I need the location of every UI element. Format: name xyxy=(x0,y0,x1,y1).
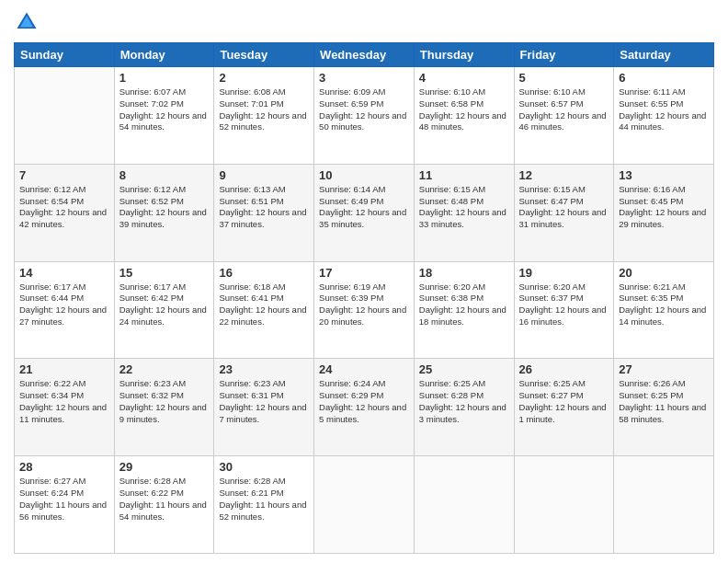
day-header-wednesday: Wednesday xyxy=(314,43,415,67)
day-number: 7 xyxy=(19,168,109,182)
calendar-cell: 1Sunrise: 6:07 AM Sunset: 7:02 PM Daylig… xyxy=(114,67,214,165)
calendar-cell: 8Sunrise: 6:12 AM Sunset: 6:52 PM Daylig… xyxy=(114,164,214,261)
calendar-cell: 5Sunrise: 6:10 AM Sunset: 6:57 PM Daylig… xyxy=(514,67,614,165)
day-number: 16 xyxy=(219,266,309,280)
day-info: Sunrise: 6:20 AM Sunset: 6:38 PM Dayligh… xyxy=(419,282,509,328)
calendar-week-1: 1Sunrise: 6:07 AM Sunset: 7:02 PM Daylig… xyxy=(15,67,714,165)
day-number: 11 xyxy=(419,168,509,182)
calendar-cell: 20Sunrise: 6:21 AM Sunset: 6:35 PM Dayli… xyxy=(614,261,714,359)
day-header-sunday: Sunday xyxy=(15,43,115,67)
calendar-week-2: 7Sunrise: 6:12 AM Sunset: 6:54 PM Daylig… xyxy=(15,164,714,261)
logo-icon xyxy=(14,9,40,35)
calendar-cell: 12Sunrise: 6:15 AM Sunset: 6:47 PM Dayli… xyxy=(514,164,614,261)
day-info: Sunrise: 6:16 AM Sunset: 6:45 PM Dayligh… xyxy=(619,184,709,231)
calendar-week-5: 28Sunrise: 6:27 AM Sunset: 6:24 PM Dayli… xyxy=(15,456,714,554)
day-number: 27 xyxy=(619,362,709,376)
day-header-monday: Monday xyxy=(114,43,214,67)
calendar-cell: 28Sunrise: 6:27 AM Sunset: 6:24 PM Dayli… xyxy=(15,456,115,554)
calendar-cell: 9Sunrise: 6:13 AM Sunset: 6:51 PM Daylig… xyxy=(214,164,314,261)
page-container: SundayMondayTuesdayWednesdayThursdayFrid… xyxy=(0,0,728,563)
day-number: 17 xyxy=(319,266,409,280)
calendar-cell xyxy=(414,456,514,554)
day-number: 29 xyxy=(119,460,210,474)
day-number: 12 xyxy=(519,168,609,182)
day-number: 1 xyxy=(119,71,210,85)
day-info: Sunrise: 6:12 AM Sunset: 6:54 PM Dayligh… xyxy=(19,184,109,231)
day-number: 5 xyxy=(519,71,609,85)
calendar-cell: 6Sunrise: 6:11 AM Sunset: 6:55 PM Daylig… xyxy=(614,67,714,165)
day-header-friday: Friday xyxy=(514,43,614,67)
calendar-cell: 14Sunrise: 6:17 AM Sunset: 6:44 PM Dayli… xyxy=(15,261,115,359)
day-info: Sunrise: 6:24 AM Sunset: 6:29 PM Dayligh… xyxy=(319,378,409,425)
day-info: Sunrise: 6:28 AM Sunset: 6:21 PM Dayligh… xyxy=(219,476,309,523)
day-number: 21 xyxy=(19,362,109,376)
day-info: Sunrise: 6:19 AM Sunset: 6:39 PM Dayligh… xyxy=(319,282,409,328)
day-header-tuesday: Tuesday xyxy=(214,43,314,67)
calendar-cell: 24Sunrise: 6:24 AM Sunset: 6:29 PM Dayli… xyxy=(314,359,415,456)
day-info: Sunrise: 6:23 AM Sunset: 6:32 PM Dayligh… xyxy=(119,378,210,425)
calendar-cell: 25Sunrise: 6:25 AM Sunset: 6:28 PM Dayli… xyxy=(414,359,514,456)
day-info: Sunrise: 6:17 AM Sunset: 6:44 PM Dayligh… xyxy=(19,282,109,328)
calendar-cell: 23Sunrise: 6:23 AM Sunset: 6:31 PM Dayli… xyxy=(214,359,314,456)
day-info: Sunrise: 6:20 AM Sunset: 6:37 PM Dayligh… xyxy=(519,282,609,328)
day-header-thursday: Thursday xyxy=(414,43,514,67)
calendar-cell xyxy=(614,456,714,554)
calendar-cell: 29Sunrise: 6:28 AM Sunset: 6:22 PM Dayli… xyxy=(114,456,214,554)
day-number: 22 xyxy=(119,362,210,376)
calendar-header-row: SundayMondayTuesdayWednesdayThursdayFrid… xyxy=(15,43,714,67)
logo xyxy=(14,9,43,35)
calendar-cell: 10Sunrise: 6:14 AM Sunset: 6:49 PM Dayli… xyxy=(314,164,415,261)
calendar-cell: 19Sunrise: 6:20 AM Sunset: 6:37 PM Dayli… xyxy=(514,261,614,359)
day-info: Sunrise: 6:13 AM Sunset: 6:51 PM Dayligh… xyxy=(219,184,309,231)
calendar-week-4: 21Sunrise: 6:22 AM Sunset: 6:34 PM Dayli… xyxy=(15,359,714,456)
day-info: Sunrise: 6:09 AM Sunset: 6:59 PM Dayligh… xyxy=(319,86,409,133)
day-number: 6 xyxy=(619,71,709,85)
page-header xyxy=(14,9,714,35)
calendar-cell xyxy=(314,456,415,554)
day-info: Sunrise: 6:11 AM Sunset: 6:55 PM Dayligh… xyxy=(619,86,709,133)
calendar-cell: 26Sunrise: 6:25 AM Sunset: 6:27 PM Dayli… xyxy=(514,359,614,456)
calendar-cell: 16Sunrise: 6:18 AM Sunset: 6:41 PM Dayli… xyxy=(214,261,314,359)
day-number: 15 xyxy=(119,266,210,280)
day-info: Sunrise: 6:23 AM Sunset: 6:31 PM Dayligh… xyxy=(219,378,309,425)
day-number: 8 xyxy=(119,168,210,182)
day-info: Sunrise: 6:10 AM Sunset: 6:57 PM Dayligh… xyxy=(519,86,609,133)
day-number: 23 xyxy=(219,362,309,376)
calendar-cell: 30Sunrise: 6:28 AM Sunset: 6:21 PM Dayli… xyxy=(214,456,314,554)
day-number: 13 xyxy=(619,168,709,182)
calendar-cell: 22Sunrise: 6:23 AM Sunset: 6:32 PM Dayli… xyxy=(114,359,214,456)
calendar-cell: 2Sunrise: 6:08 AM Sunset: 7:01 PM Daylig… xyxy=(214,67,314,165)
day-info: Sunrise: 6:07 AM Sunset: 7:02 PM Dayligh… xyxy=(119,86,210,133)
day-number: 19 xyxy=(519,266,609,280)
day-info: Sunrise: 6:15 AM Sunset: 6:47 PM Dayligh… xyxy=(519,184,609,231)
day-number: 18 xyxy=(419,266,509,280)
day-info: Sunrise: 6:21 AM Sunset: 6:35 PM Dayligh… xyxy=(619,282,709,328)
day-info: Sunrise: 6:22 AM Sunset: 6:34 PM Dayligh… xyxy=(19,378,109,425)
day-info: Sunrise: 6:10 AM Sunset: 6:58 PM Dayligh… xyxy=(419,86,509,133)
calendar-cell: 21Sunrise: 6:22 AM Sunset: 6:34 PM Dayli… xyxy=(15,359,115,456)
day-number: 4 xyxy=(419,71,509,85)
day-number: 10 xyxy=(319,168,409,182)
day-info: Sunrise: 6:27 AM Sunset: 6:24 PM Dayligh… xyxy=(19,476,109,523)
day-info: Sunrise: 6:25 AM Sunset: 6:28 PM Dayligh… xyxy=(419,378,509,425)
day-number: 9 xyxy=(219,168,309,182)
day-info: Sunrise: 6:17 AM Sunset: 6:42 PM Dayligh… xyxy=(119,282,210,328)
day-number: 20 xyxy=(619,266,709,280)
calendar-cell: 17Sunrise: 6:19 AM Sunset: 6:39 PM Dayli… xyxy=(314,261,415,359)
calendar-cell: 15Sunrise: 6:17 AM Sunset: 6:42 PM Dayli… xyxy=(114,261,214,359)
day-header-saturday: Saturday xyxy=(614,43,714,67)
day-info: Sunrise: 6:08 AM Sunset: 7:01 PM Dayligh… xyxy=(219,86,309,133)
calendar-cell: 13Sunrise: 6:16 AM Sunset: 6:45 PM Dayli… xyxy=(614,164,714,261)
day-number: 26 xyxy=(519,362,609,376)
day-info: Sunrise: 6:28 AM Sunset: 6:22 PM Dayligh… xyxy=(119,476,210,523)
day-number: 30 xyxy=(219,460,309,474)
day-info: Sunrise: 6:12 AM Sunset: 6:52 PM Dayligh… xyxy=(119,184,210,231)
calendar-cell: 7Sunrise: 6:12 AM Sunset: 6:54 PM Daylig… xyxy=(15,164,115,261)
day-number: 2 xyxy=(219,71,309,85)
day-number: 14 xyxy=(19,266,109,280)
day-number: 25 xyxy=(419,362,509,376)
day-info: Sunrise: 6:18 AM Sunset: 6:41 PM Dayligh… xyxy=(219,282,309,328)
calendar-cell: 3Sunrise: 6:09 AM Sunset: 6:59 PM Daylig… xyxy=(314,67,415,165)
day-info: Sunrise: 6:14 AM Sunset: 6:49 PM Dayligh… xyxy=(319,184,409,231)
day-info: Sunrise: 6:26 AM Sunset: 6:25 PM Dayligh… xyxy=(619,378,709,425)
